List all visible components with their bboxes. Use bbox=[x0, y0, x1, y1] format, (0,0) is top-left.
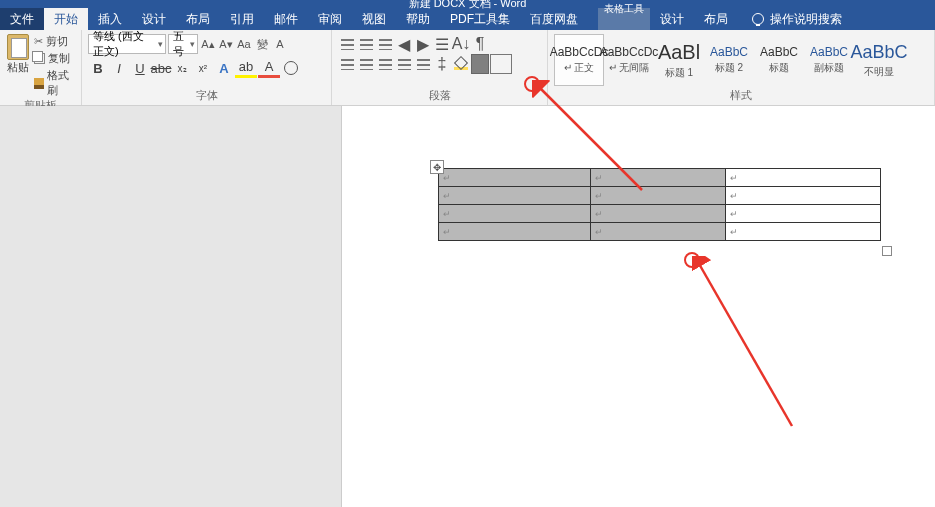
tab-file[interactable]: 文件 bbox=[0, 8, 44, 30]
table-move-handle[interactable] bbox=[430, 160, 444, 174]
show-marks-button[interactable]: ¶ bbox=[471, 34, 489, 54]
tab-references[interactable]: 引用 bbox=[220, 8, 264, 30]
cut-button[interactable]: ✂剪切 bbox=[34, 34, 75, 49]
bulb-icon bbox=[752, 13, 764, 25]
ribbon: 粘贴 ✂剪切 复制 格式刷 剪贴板 等线 (西文正文) 五号 A▴ A▾ Aa … bbox=[0, 30, 935, 106]
distribute-button[interactable] bbox=[414, 54, 432, 74]
strike-button[interactable]: abc bbox=[151, 58, 171, 78]
shrink-font-button[interactable]: A▾ bbox=[218, 34, 234, 54]
superscript-button[interactable]: x² bbox=[193, 58, 213, 78]
borders-button[interactable] bbox=[490, 54, 512, 74]
table-cell[interactable]: ↵ bbox=[726, 169, 881, 187]
align-icon bbox=[398, 59, 411, 70]
line-spacing-button[interactable]: ‡ bbox=[433, 54, 451, 74]
style-nospacing[interactable]: AaBbCcDc↵ 无间隔 bbox=[604, 34, 654, 86]
tab-help[interactable]: 帮助 bbox=[396, 8, 440, 30]
align-right-button[interactable] bbox=[376, 54, 394, 74]
table-cell[interactable]: ↵ bbox=[439, 205, 591, 223]
ring-icon bbox=[284, 61, 298, 75]
format-painter-button[interactable]: 格式刷 bbox=[34, 68, 75, 98]
multilevel-button[interactable] bbox=[376, 34, 394, 54]
table-cell[interactable]: ↵ bbox=[439, 223, 591, 241]
group-label-font: 字体 bbox=[88, 88, 325, 103]
grow-font-button[interactable]: A▴ bbox=[200, 34, 216, 54]
font-name-combo[interactable]: 等线 (西文正文) bbox=[88, 34, 166, 54]
table-row[interactable]: ↵↵↵ bbox=[439, 223, 881, 241]
paste-label: 粘贴 bbox=[7, 60, 29, 75]
tab-table-layout[interactable]: 布局 bbox=[694, 8, 738, 30]
tab-pdf-tools[interactable]: PDF工具集 bbox=[440, 8, 520, 30]
tab-design[interactable]: 设计 bbox=[132, 8, 176, 30]
table-row[interactable]: ↵↵↵ bbox=[439, 169, 881, 187]
scissors-icon: ✂ bbox=[34, 35, 43, 48]
copy-icon bbox=[34, 53, 45, 64]
font-size-combo[interactable]: 五号 bbox=[168, 34, 198, 54]
styles-gallery[interactable]: AaBbCcDc↵ 正文 AaBbCcDc↵ 无间隔 AaBl标题 1 AaBb… bbox=[554, 34, 928, 86]
sort-button[interactable]: A↓ bbox=[452, 34, 470, 54]
justify-button[interactable] bbox=[395, 54, 413, 74]
tab-table-design[interactable]: 设计 bbox=[650, 8, 694, 30]
copy-button[interactable]: 复制 bbox=[34, 51, 75, 66]
text-effects-button[interactable]: A bbox=[214, 58, 234, 78]
document-area[interactable]: ↵↵↵ ↵↵↵ ↵↵↵ ↵↵↵ bbox=[342, 106, 935, 507]
style-subtitle[interactable]: AaBbC副标题 bbox=[804, 34, 854, 86]
tab-view[interactable]: 视图 bbox=[352, 8, 396, 30]
align-left-button[interactable] bbox=[338, 54, 356, 74]
shading-button[interactable] bbox=[452, 54, 470, 74]
group-clipboard: 粘贴 ✂剪切 复制 格式刷 剪贴板 bbox=[0, 30, 82, 105]
tell-me-search[interactable]: 操作说明搜索 bbox=[752, 11, 842, 28]
tab-insert[interactable]: 插入 bbox=[88, 8, 132, 30]
navigation-pane[interactable] bbox=[0, 106, 342, 507]
italic-button[interactable]: I bbox=[109, 58, 129, 78]
list-icon bbox=[379, 39, 392, 50]
align-icon bbox=[417, 59, 430, 70]
subscript-button[interactable]: x₂ bbox=[172, 58, 192, 78]
table-row[interactable]: ↵↵↵ bbox=[439, 187, 881, 205]
style-title[interactable]: AaBbC标题 bbox=[754, 34, 804, 86]
style-subtle[interactable]: AaBbC不明显 bbox=[854, 34, 904, 86]
style-h1[interactable]: AaBl标题 1 bbox=[654, 34, 704, 86]
asian-layout-button[interactable]: ☰ bbox=[433, 34, 451, 54]
numbering-button[interactable] bbox=[357, 34, 375, 54]
enclose-char-button[interactable] bbox=[281, 58, 301, 78]
align-icon bbox=[341, 59, 354, 70]
cell-shading-button[interactable] bbox=[471, 54, 489, 74]
clear-format-button[interactable]: A bbox=[272, 34, 288, 54]
highlight-button[interactable]: ab bbox=[235, 58, 257, 78]
tab-layout[interactable]: 布局 bbox=[176, 8, 220, 30]
context-tab-group: 表格工具 bbox=[598, 8, 650, 30]
bold-button[interactable]: B bbox=[88, 58, 108, 78]
style-normal[interactable]: AaBbCcDc↵ 正文 bbox=[554, 34, 604, 86]
workspace: ↵↵↵ ↵↵↵ ↵↵↵ ↵↵↵ bbox=[0, 106, 935, 507]
font-color-button[interactable]: A bbox=[258, 58, 280, 78]
paste-icon bbox=[7, 34, 29, 60]
bullets-button[interactable] bbox=[338, 34, 356, 54]
table-resize-handle[interactable] bbox=[882, 246, 892, 256]
style-h2[interactable]: AaBbC标题 2 bbox=[704, 34, 754, 86]
list-icon bbox=[341, 39, 354, 50]
table-cell[interactable]: ↵ bbox=[591, 223, 726, 241]
tab-review[interactable]: 审阅 bbox=[308, 8, 352, 30]
table-cell[interactable]: ↵ bbox=[726, 223, 881, 241]
svg-line-0 bbox=[538, 86, 642, 190]
decrease-indent-button[interactable]: ◀ bbox=[395, 34, 413, 54]
tab-baidu[interactable]: 百度网盘 bbox=[520, 8, 588, 30]
phonetic-button[interactable]: 變 bbox=[254, 34, 270, 54]
paste-button[interactable]: 粘贴 bbox=[6, 34, 30, 98]
table-cell[interactable]: ↵ bbox=[726, 187, 881, 205]
tab-home[interactable]: 开始 bbox=[44, 8, 88, 30]
align-icon bbox=[379, 59, 392, 70]
tab-mailings[interactable]: 邮件 bbox=[264, 8, 308, 30]
document-table[interactable]: ↵↵↵ ↵↵↵ ↵↵↵ ↵↵↵ bbox=[438, 168, 881, 241]
svg-line-1 bbox=[698, 262, 792, 426]
table-row[interactable]: ↵↵↵ bbox=[439, 205, 881, 223]
group-paragraph: ◀ ▶ ☰ A↓ ¶ ‡ 段落 bbox=[332, 30, 548, 105]
increase-indent-button[interactable]: ▶ bbox=[414, 34, 432, 54]
table-cell[interactable]: ↵ bbox=[591, 205, 726, 223]
brush-icon bbox=[34, 78, 43, 89]
bucket-icon bbox=[454, 58, 468, 70]
underline-button[interactable]: U bbox=[130, 58, 150, 78]
align-center-button[interactable] bbox=[357, 54, 375, 74]
table-cell[interactable]: ↵ bbox=[726, 205, 881, 223]
change-case-button[interactable]: Aa bbox=[236, 34, 252, 54]
